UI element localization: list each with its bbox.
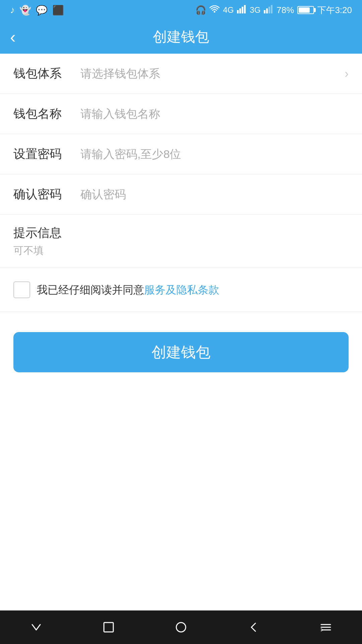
- headphone-icon: 🎧: [195, 5, 206, 15]
- record-icon: ⬛: [52, 5, 64, 16]
- wallet-name-row: 钱包名称: [0, 94, 362, 134]
- svg-rect-3: [242, 7, 243, 13]
- svg-point-0: [214, 11, 216, 12]
- nav-home-button[interactable]: [168, 617, 194, 637]
- wallet-system-label: 钱包体系: [13, 65, 74, 82]
- wallet-system-row[interactable]: 钱包体系 ›: [0, 54, 362, 94]
- svg-rect-4: [244, 5, 246, 13]
- wifi-icon: [209, 4, 220, 16]
- battery-icon: [297, 6, 314, 14]
- main-content: 钱包体系 › 钱包名称 设置密码 确认密码 提示信息 可不填 我已经仔细阅读并同…: [0, 54, 362, 610]
- wallet-name-input[interactable]: [74, 107, 349, 120]
- agreement-link[interactable]: 服务及隐私条款: [144, 284, 219, 296]
- svg-rect-9: [104, 623, 113, 632]
- signal-bars-icon: [237, 5, 246, 16]
- nav-bar: ‹ 创建钱包: [0, 20, 362, 54]
- svg-rect-1: [237, 10, 239, 13]
- bottom-nav: [0, 610, 362, 644]
- nav-down-button[interactable]: [23, 617, 50, 637]
- status-bar: ♪ 👻 💬 ⬛ 🎧 4G 3G: [0, 0, 362, 20]
- nav-back-button[interactable]: [240, 617, 267, 637]
- hint-sublabel: 可不填: [13, 244, 349, 258]
- password-row: 设置密码: [0, 134, 362, 174]
- nav-menu-button[interactable]: [312, 617, 339, 637]
- svg-point-10: [176, 623, 186, 632]
- hint-row: 提示信息 可不填: [0, 215, 362, 268]
- network-4g-icon: 4G: [223, 5, 234, 15]
- chevron-right-icon: ›: [345, 67, 349, 81]
- status-bar-left: ♪ 👻 💬 ⬛: [10, 5, 64, 16]
- svg-rect-7: [268, 7, 270, 13]
- svg-rect-2: [239, 8, 241, 13]
- svg-rect-5: [264, 10, 265, 13]
- password-input[interactable]: [74, 148, 349, 161]
- wallet-system-input[interactable]: [74, 67, 345, 80]
- signal-bars-2-icon: [264, 5, 273, 16]
- status-bar-right: 🎧 4G 3G: [195, 4, 352, 16]
- confirm-password-input[interactable]: [74, 188, 349, 201]
- password-label: 设置密码: [13, 146, 74, 162]
- agreement-row: 我已经仔细阅读并同意服务及隐私条款: [0, 268, 362, 312]
- agreement-text: 我已经仔细阅读并同意服务及隐私条款: [37, 282, 219, 298]
- svg-rect-6: [266, 8, 268, 13]
- agreement-checkbox[interactable]: [13, 281, 30, 298]
- snapchat-icon: 👻: [19, 5, 31, 16]
- music-icon: ♪: [10, 5, 15, 15]
- confirm-password-row: 确认密码: [0, 174, 362, 215]
- battery-percent: 78%: [277, 5, 294, 15]
- confirm-password-label: 确认密码: [13, 186, 74, 203]
- time-display: 下午3:20: [317, 4, 352, 16]
- wallet-name-label: 钱包名称: [13, 106, 74, 122]
- agreement-prefix: 我已经仔细阅读并同意: [37, 284, 144, 296]
- nav-square-button[interactable]: [95, 617, 122, 637]
- hint-label: 提示信息: [13, 225, 349, 241]
- network-3g-icon: 3G: [250, 5, 260, 15]
- page-title: 创建钱包: [153, 28, 209, 46]
- svg-rect-8: [271, 5, 273, 13]
- wechat-icon: 💬: [36, 5, 48, 16]
- create-wallet-button[interactable]: 创建钱包: [13, 332, 349, 372]
- back-button[interactable]: ‹: [10, 29, 16, 45]
